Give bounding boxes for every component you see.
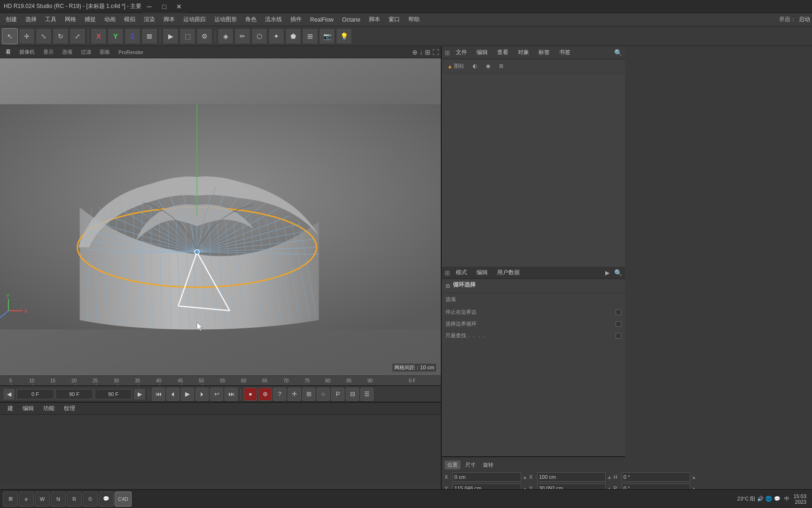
bottom-menu-function[interactable]: 功能	[39, 404, 58, 413]
attr-menu-mode[interactable]: 模式	[452, 267, 471, 278]
x-axis-btn[interactable]: X	[91, 28, 107, 44]
menu-item-pipeline[interactable]: 流水线	[261, 14, 286, 25]
prev-frame-btn[interactable]: ◀	[3, 388, 15, 400]
right-menu-edit[interactable]: 编辑	[473, 47, 492, 58]
poly-btn[interactable]: ✦	[268, 28, 284, 44]
viewport-icon-down[interactable]: ↓	[420, 48, 423, 56]
prev-key-btn[interactable]: ⏴	[166, 388, 180, 401]
rotate-tool-btn[interactable]: ↻	[53, 28, 69, 44]
to-start-btn[interactable]: ⏮	[152, 388, 165, 401]
right-panel-search-icon[interactable]: 🔍	[614, 49, 622, 56]
viewport-tab-display[interactable]: 显示	[39, 48, 57, 56]
next-frame-btn[interactable]: ▶	[133, 388, 146, 400]
minimize-button[interactable]: ─	[141, 0, 156, 13]
viewport-tab-panel[interactable]: 面板	[96, 48, 114, 56]
systray-icon-3[interactable]: 💬	[774, 496, 781, 502]
taskbar-c4d-active-btn[interactable]: C4D	[115, 492, 132, 507]
systray-icon-1[interactable]: 🔊	[757, 496, 764, 502]
menu-item-select[interactable]: 选择	[22, 14, 40, 25]
render-region-btn[interactable]: ⬚	[180, 28, 195, 44]
menu-item-animation[interactable]: 动画	[101, 14, 119, 25]
taskbar-chat-btn[interactable]: 💬	[99, 492, 114, 507]
grid-btn[interactable]: ⊞	[302, 28, 318, 44]
menu-item-mograph[interactable]: 运动图形	[211, 14, 241, 25]
all-axes-btn[interactable]: ⊠	[141, 28, 157, 44]
menu-item-render[interactable]: 渲染	[140, 14, 159, 25]
right-menu-tag[interactable]: 标签	[535, 47, 554, 58]
select-tool-btn[interactable]: ↖	[2, 28, 18, 44]
start-button[interactable]: ⊞	[3, 492, 18, 507]
right-menu-file[interactable]: 文件	[452, 47, 471, 58]
obj-tab-figure[interactable]: ▲ 图柱	[444, 61, 468, 71]
menu-item-octane[interactable]: Octane	[338, 15, 364, 24]
record-anim-btn[interactable]: ●	[244, 388, 257, 401]
right-menu-bookmark[interactable]: 书签	[555, 47, 574, 58]
coord-tab-rotation[interactable]: 旋转	[480, 460, 496, 469]
obj-tab-pattern[interactable]: ⊞	[495, 62, 507, 71]
sculpt-btn[interactable]: ⬟	[285, 28, 301, 44]
viewport-icon-nav[interactable]: ⊕	[412, 48, 418, 56]
grid2-btn[interactable]: ⊟	[346, 388, 359, 401]
interface-value[interactable]: 启动	[799, 16, 810, 24]
bottom-menu-edit[interactable]: 编辑	[19, 404, 38, 413]
coord-x-arrow[interactable]: ▲	[523, 475, 527, 480]
viewport-tab-camera[interactable]: 摄像机	[16, 48, 39, 56]
attr-checkbox-2[interactable]	[616, 321, 621, 327]
menu-item-simulate[interactable]: 模拟	[120, 14, 139, 25]
menu-item-motiontrack[interactable]: 运动跟踪	[180, 14, 210, 25]
maximize-button[interactable]: □	[156, 0, 172, 13]
viewport-tab-filter[interactable]: 过滤	[77, 48, 95, 56]
paint-btn[interactable]: ✏	[234, 28, 250, 44]
coord-tab-position[interactable]: 位置	[445, 460, 461, 469]
render-view-btn[interactable]: ▶	[163, 28, 179, 44]
menu-item-plugins[interactable]: 插件	[287, 14, 305, 25]
taskbar-explorer-btn[interactable]: e	[19, 492, 34, 507]
y-axis-btn[interactable]: Y	[108, 28, 124, 44]
spline-btn[interactable]: ⬡	[251, 28, 267, 44]
render-settings-btn[interactable]: ⚙	[196, 28, 212, 44]
record-btn[interactable]: ↩	[210, 388, 223, 401]
attr-menu-userdata[interactable]: 用户数据	[493, 267, 523, 278]
move-tool-btn[interactable]: ✛	[19, 28, 35, 44]
camera-btn[interactable]: 📷	[319, 28, 335, 44]
play-btn[interactable]: ▶	[181, 388, 194, 401]
obj-tab-mat[interactable]: ◐	[469, 62, 481, 71]
viewport-icon-full[interactable]: ⛶	[432, 48, 439, 56]
attr-search-icon[interactable]: 🔍	[614, 269, 622, 277]
menu-item-realflow[interactable]: RealFlow	[306, 15, 337, 24]
question-btn[interactable]: ?	[273, 388, 286, 401]
viewport-tab-prorender[interactable]: ProRender	[115, 48, 147, 56]
right-menu-object[interactable]: 对象	[514, 47, 533, 58]
right-menu-view[interactable]: 查看	[493, 47, 512, 58]
menu-item-tools[interactable]: 工具	[41, 14, 60, 25]
coord-h-input[interactable]	[622, 472, 690, 482]
motion-btn[interactable]: ⊕	[258, 388, 272, 401]
coord-x-size-input[interactable]	[537, 472, 606, 482]
taskbar-chrome-btn[interactable]: ©	[83, 492, 98, 507]
next-key-btn[interactable]: ⏵	[195, 388, 209, 401]
move2-btn[interactable]: ✛	[288, 388, 301, 401]
viewport[interactable]: X Y Z 网格间距：10 cm	[0, 58, 441, 375]
perspective-btn[interactable]: ◈	[218, 28, 234, 44]
systray-icon-2[interactable]: 🌐	[765, 496, 772, 502]
z-axis-btn[interactable]: Z	[125, 28, 141, 44]
close-button[interactable]: ✕	[172, 0, 187, 13]
obj-tab-color[interactable]: ◉	[482, 62, 494, 71]
menu-item-help[interactable]: 帮助	[405, 14, 423, 25]
menu-item-script2[interactable]: 脚本	[160, 14, 179, 25]
to-end-btn[interactable]: ⏭	[225, 388, 238, 401]
menu-item-script[interactable]: 脚本	[365, 14, 384, 25]
scale-tool-btn[interactable]: ⤡	[36, 28, 52, 44]
timeline-ruler[interactable]: 5 10 15 20 25 30 35 40 45 50 55 60 65 70…	[0, 375, 441, 386]
p-btn[interactable]: P	[331, 388, 344, 401]
attr-arrow-icon[interactable]: ▶	[605, 270, 609, 276]
bottom-menu-build[interactable]: 建	[4, 404, 17, 413]
viewport-tab-options[interactable]: 选项	[58, 48, 76, 56]
taskbar-r-btn[interactable]: R	[67, 492, 82, 507]
attr-checkbox-1[interactable]	[616, 310, 621, 315]
menu-item-window[interactable]: 窗口	[385, 14, 404, 25]
transform-tool-btn[interactable]: ⤢	[70, 28, 86, 44]
attr-checkbox-3[interactable]	[616, 333, 621, 339]
menu-item-snap[interactable]: 捕捉	[81, 14, 100, 25]
light-btn[interactable]: 💡	[336, 28, 352, 44]
